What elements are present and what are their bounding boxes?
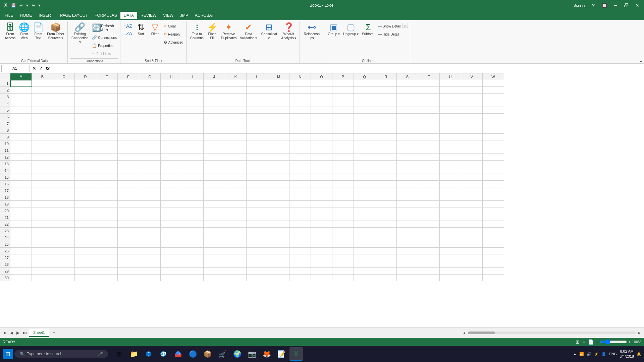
cell-I1[interactable] [182, 80, 204, 87]
cell-E6[interactable] [96, 114, 118, 120]
cell-Q3[interactable] [354, 94, 375, 100]
cell-F16[interactable] [118, 181, 139, 187]
cell-S26[interactable] [397, 248, 418, 254]
cell-W17[interactable] [483, 187, 504, 194]
cell-U3[interactable] [440, 94, 461, 100]
cell-H6[interactable] [161, 114, 182, 120]
redo-button[interactable]: ↪ [30, 2, 36, 8]
cell-L15[interactable] [247, 174, 268, 181]
cell-C30[interactable] [53, 275, 75, 281]
cell-W25[interactable] [483, 241, 504, 248]
cell-J14[interactable] [204, 167, 225, 174]
cell-O22[interactable] [311, 221, 332, 228]
cell-S14[interactable] [397, 167, 418, 174]
ungroup-button[interactable]: ▢ Ungroup ▾ [342, 22, 360, 49]
cell-K16[interactable] [225, 181, 247, 187]
cell-D18[interactable] [75, 194, 96, 201]
cell-K15[interactable] [225, 174, 247, 181]
cell-B27[interactable] [32, 254, 53, 261]
cell-J27[interactable] [204, 254, 225, 261]
cell-D3[interactable] [75, 94, 96, 100]
cell-C8[interactable] [53, 127, 75, 134]
cell-C7[interactable] [53, 120, 75, 127]
cell-N5[interactable] [289, 107, 311, 114]
cell-B24[interactable] [32, 234, 53, 241]
col-header-M[interactable]: M [268, 73, 289, 80]
cell-S1[interactable] [397, 80, 418, 87]
menu-view[interactable]: VIEW [160, 12, 177, 19]
cell-W1[interactable] [483, 80, 504, 87]
cell-R3[interactable] [375, 94, 397, 100]
cell-G23[interactable] [139, 228, 161, 234]
cell-N25[interactable] [289, 241, 311, 248]
from-access-button[interactable]: 🗄 FromAccess [3, 22, 17, 49]
cell-T23[interactable] [418, 228, 440, 234]
function-icon[interactable]: fx [45, 65, 51, 71]
cell-V1[interactable] [461, 80, 483, 87]
cell-D5[interactable] [75, 107, 96, 114]
cell-Q1[interactable] [354, 80, 375, 87]
cell-W13[interactable] [483, 161, 504, 167]
filter-button[interactable]: ▽ Filter [148, 22, 162, 49]
add-sheet-button[interactable]: + [50, 329, 58, 337]
cell-G25[interactable] [139, 241, 161, 248]
cell-U22[interactable] [440, 221, 461, 228]
cell-F17[interactable] [118, 187, 139, 194]
cell-J4[interactable] [204, 100, 225, 107]
cell-S30[interactable] [397, 275, 418, 281]
cell-J17[interactable] [204, 187, 225, 194]
cell-W9[interactable] [483, 134, 504, 140]
cell-A22[interactable] [10, 221, 32, 228]
ribbon-display-button[interactable]: 🔲 [599, 2, 609, 9]
cell-K29[interactable] [225, 268, 247, 275]
cell-V28[interactable] [461, 261, 483, 268]
cell-Q22[interactable] [354, 221, 375, 228]
cell-T22[interactable] [418, 221, 440, 228]
cell-E10[interactable] [96, 140, 118, 147]
cell-A10[interactable] [10, 140, 32, 147]
cell-S4[interactable] [397, 100, 418, 107]
cell-W21[interactable] [483, 214, 504, 221]
cell-L12[interactable] [247, 154, 268, 161]
cell-U27[interactable] [440, 254, 461, 261]
cell-L23[interactable] [247, 228, 268, 234]
cell-P12[interactable] [332, 154, 354, 161]
cell-J11[interactable] [204, 147, 225, 154]
cell-F11[interactable] [118, 147, 139, 154]
cell-Q7[interactable] [354, 120, 375, 127]
cell-R7[interactable] [375, 120, 397, 127]
col-header-H[interactable]: H [161, 73, 182, 80]
cell-P11[interactable] [332, 147, 354, 154]
sign-in-link[interactable]: Sign in [574, 3, 585, 7]
cell-F26[interactable] [118, 248, 139, 254]
cell-W3[interactable] [483, 94, 504, 100]
cell-R9[interactable] [375, 134, 397, 140]
cell-I29[interactable] [182, 268, 204, 275]
from-other-sources-button[interactable]: 📦 From OtherSources ▾ [46, 22, 65, 49]
cell-G20[interactable] [139, 207, 161, 214]
cell-G28[interactable] [139, 261, 161, 268]
cell-D13[interactable] [75, 161, 96, 167]
cell-U7[interactable] [440, 120, 461, 127]
cell-L10[interactable] [247, 140, 268, 147]
cell-E8[interactable] [96, 127, 118, 134]
cell-L16[interactable] [247, 181, 268, 187]
cell-Q19[interactable] [354, 201, 375, 207]
cell-U18[interactable] [440, 194, 461, 201]
cell-M8[interactable] [268, 127, 289, 134]
cell-B30[interactable] [32, 275, 53, 281]
col-header-F[interactable]: F [118, 73, 139, 80]
cell-B8[interactable] [32, 127, 53, 134]
cell-T25[interactable] [418, 241, 440, 248]
edge-button[interactable] [142, 347, 155, 361]
menu-review[interactable]: REVIEW [137, 12, 160, 19]
cell-I21[interactable] [182, 214, 204, 221]
cell-H11[interactable] [161, 147, 182, 154]
cell-K17[interactable] [225, 187, 247, 194]
undo-button[interactable]: ↩ [18, 2, 24, 8]
cell-U15[interactable] [440, 174, 461, 181]
cell-V10[interactable] [461, 140, 483, 147]
cell-E25[interactable] [96, 241, 118, 248]
cell-G27[interactable] [139, 254, 161, 261]
cell-V17[interactable] [461, 187, 483, 194]
